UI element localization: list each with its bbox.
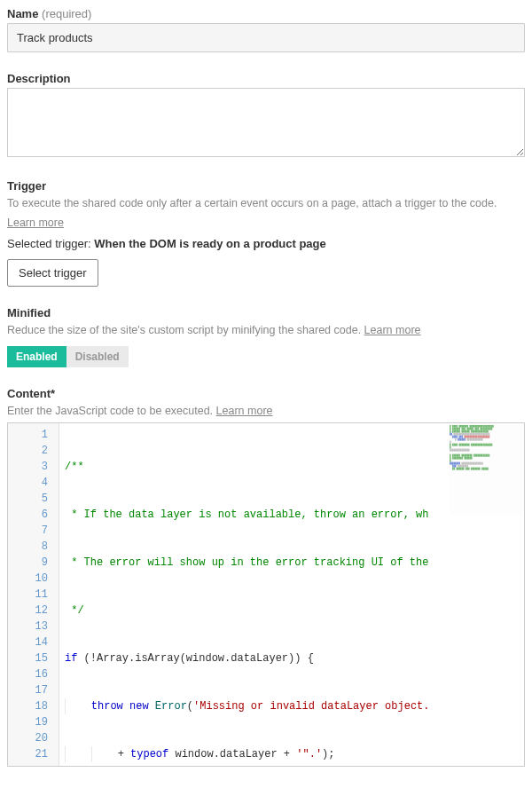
minified-section: Minified Reduce the size of the site's c… [7,306,525,368]
line-number: 3 [8,459,59,475]
trigger-section: Trigger To execute the shared code only … [7,179,525,287]
description-textarea[interactable] [7,88,525,157]
select-trigger-button[interactable]: Select trigger [7,259,98,287]
line-number: 9 [8,555,59,571]
trigger-learn-row: Learn more [7,215,525,232]
line-number: 19 [8,714,59,730]
trigger-help: To execute the shared code only after a … [7,195,525,212]
code-token: (!Array.isArray(window.dataLayer)) { [77,652,313,665]
code-token: * If the data layer is not available, th… [65,508,428,521]
minified-disabled-toggle[interactable]: Disabled [66,346,129,367]
code-token: + [118,748,130,761]
line-number: 11 [8,587,59,603]
content-learn-more-link[interactable]: Learn more [216,405,273,417]
name-section: Name (required) [7,7,525,52]
line-number: 18 [8,698,59,714]
code-editor[interactable]: 1 2 3 4 5 6 7 8 9 10 11 12 13 14 15 16 1… [7,422,525,767]
minified-toggle-group: Enabled Disabled [7,346,129,367]
code-token: */ [65,604,84,617]
code-token: if [65,652,77,665]
line-number: 17 [8,682,59,698]
line-number: 13 [8,619,59,634]
line-number: 14 [8,634,59,650]
line-number: 2 [8,443,59,459]
line-number: 7 [8,523,59,539]
name-label: Name (required) [7,7,525,20]
content-help: Enter the JavaScript code to be executed… [7,403,525,420]
line-number: 10 [8,571,59,587]
line-number: 1 [8,427,59,443]
line-number: 20 [8,730,59,746]
line-number: 16 [8,666,59,682]
code-area[interactable]: /** * If the data layer is not available… [59,423,524,766]
code-token [123,700,129,713]
content-label: Content* [7,387,525,400]
line-number: 21 [8,746,59,762]
content-section: Content* Enter the JavaScript code to be… [7,387,525,767]
code-token: typeof [130,748,168,761]
minified-learn-more-link[interactable]: Learn more [364,324,421,336]
code-token: window.dataLayer + [168,748,296,761]
minified-help-text: Reduce the size of the site's custom scr… [7,324,361,336]
code-token: ( [187,700,193,713]
description-section: Description [7,72,525,160]
trigger-label: Trigger [7,179,525,193]
content-help-text: Enter the JavaScript code to be executed… [7,405,213,417]
code-token: ); [322,748,334,761]
line-number: 8 [8,539,59,555]
minified-enabled-toggle[interactable]: Enabled [7,346,66,367]
code-token: '".' [296,748,322,761]
trigger-selected-value: When the DOM is ready on a product page [94,237,325,250]
minified-label: Minified [7,306,525,319]
trigger-learn-more-link[interactable]: Learn more [7,217,64,229]
trigger-help-text: To execute the shared code only after a … [7,197,497,209]
trigger-selected-row: Selected trigger: When the DOM is ready … [7,237,525,250]
trigger-selected-label: Selected trigger: [7,237,91,250]
description-label: Description [7,72,525,85]
line-number: 5 [8,491,59,507]
line-number: 6 [8,507,59,523]
code-token: * The error will show up in the error tr… [65,556,428,569]
code-token: /** [65,461,84,473]
line-number: 15 [8,650,59,666]
code-token: throw [91,700,123,713]
name-input[interactable] [7,23,525,52]
editor-gutter: 1 2 3 4 5 6 7 8 9 10 11 12 13 14 15 16 1… [8,423,59,766]
code-token [149,700,155,713]
name-required-hint: (required) [42,7,91,20]
minified-help: Reduce the size of the site's custom scr… [7,322,525,339]
line-number: 12 [8,603,59,619]
name-label-text: Name [7,7,38,20]
code-token: new [129,700,149,713]
code-token: 'Missing or invalid dataLayer object. [193,700,429,713]
line-number: 4 [8,475,59,491]
code-token: Error [155,700,187,713]
